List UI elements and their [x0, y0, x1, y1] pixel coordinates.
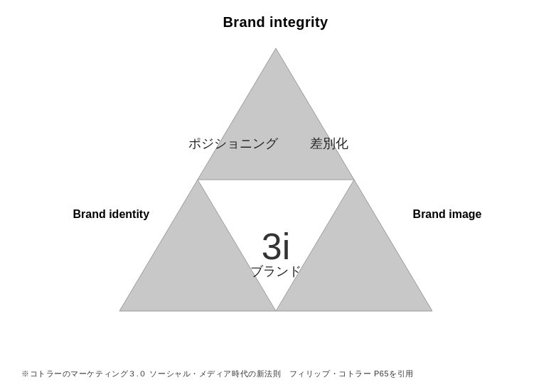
- center-label: 3i: [261, 226, 289, 267]
- differentiation-label: 差別化: [310, 136, 348, 151]
- brand-identity-label: Brand identity: [73, 208, 150, 221]
- footnote: ※コトラーのマーケティング３.０ ソーシャル・メディア時代の新法則 フィリップ・…: [21, 369, 414, 379]
- diagram-area: Brand identity Brand image: [77, 38, 475, 343]
- diagram-svg: ポジショニング 差別化 ブランド 3i: [77, 38, 475, 343]
- top-triangle: [198, 48, 354, 180]
- page-container: Brand integrity Brand identity Brand ima…: [0, 0, 551, 392]
- page-title: Brand integrity: [223, 14, 328, 31]
- brand-image-label: Brand image: [413, 208, 482, 221]
- positioning-label: ポジショニング: [188, 136, 279, 151]
